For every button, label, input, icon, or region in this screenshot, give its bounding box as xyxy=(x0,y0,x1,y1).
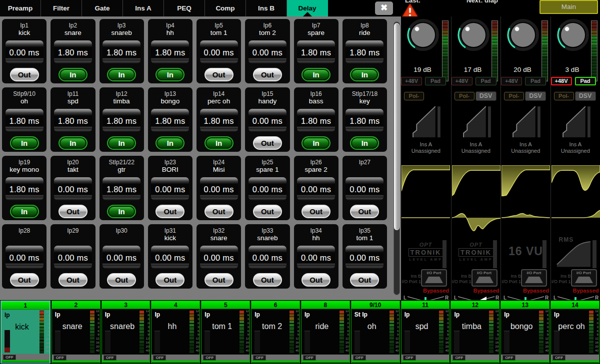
delay-value-display[interactable]: 1.80 ms xyxy=(151,109,189,132)
delay-value-display[interactable]: 0.00 ms xyxy=(200,40,238,63)
delay-channel-cell[interactable]: Ip14 perc oh 1.80 ms In xyxy=(196,87,241,152)
delay-channel-cell[interactable]: Ip27 0.00 ms Out xyxy=(342,156,387,220)
delay-in-out-button[interactable]: In xyxy=(156,68,184,81)
processing-tab[interactable]: Comp xyxy=(205,0,246,16)
delay-channel-cell[interactable]: Ip25 spare 1 0.00 ms Out xyxy=(245,156,290,220)
compressor-display[interactable]: OPT TRONIK LEVEL AMP xyxy=(452,237,501,269)
fader-slot[interactable] xyxy=(504,331,510,353)
compressor-display[interactable]: OPT TRONIK LEVEL AMP xyxy=(401,237,450,269)
channel-number[interactable]: 8 xyxy=(302,301,350,309)
ins-b-status[interactable]: Ins B I/O Port 1 I/O Port Bypassed xyxy=(501,269,550,294)
filter-response-graph[interactable] xyxy=(452,165,500,198)
ins-a-status[interactable]: Ins A Unassigned xyxy=(452,141,501,154)
delay-value-display[interactable]: 0.00 ms xyxy=(248,246,286,269)
dsv-button[interactable]: DSV xyxy=(476,91,496,101)
gate-curve-icon[interactable] xyxy=(557,103,595,141)
delay-in-out-button[interactable]: Out xyxy=(350,273,379,287)
fader-slot[interactable] xyxy=(4,330,10,353)
fader-slot[interactable] xyxy=(204,331,210,353)
channel-number[interactable]: 9/10 xyxy=(352,301,400,309)
main-mix-button[interactable]: Main xyxy=(540,0,598,14)
phantom-power-button[interactable]: +48V xyxy=(501,77,522,85)
delay-channel-cell[interactable]: Ip34 hh 0.00 ms Out xyxy=(294,224,338,289)
compressor-display[interactable]: RMS xyxy=(551,237,600,269)
delay-in-out-button[interactable]: In xyxy=(10,205,39,218)
delay-channel-cell[interactable]: StIp17/18 key 1.80 ms In xyxy=(342,87,387,152)
channel-strip[interactable]: 4 Ip hh 12 6 3 0 3 xyxy=(151,301,200,364)
pad-button[interactable]: Pad xyxy=(575,77,596,85)
delay-channel-cell[interactable]: Ip24 Misi 0.00 ms Out xyxy=(196,156,241,220)
gain-knob[interactable] xyxy=(506,18,540,53)
channel-strip[interactable]: 5 Ip tom 1 12 6 3 0 3 xyxy=(201,301,250,364)
processing-tab[interactable]: PEQ xyxy=(164,0,205,16)
processing-tab[interactable]: Gate xyxy=(82,0,123,16)
delay-in-out-button[interactable]: In xyxy=(350,68,379,81)
channel-number[interactable]: 6 xyxy=(252,301,300,309)
ins-b-status[interactable]: Ins B I/O Port 1 I/O Port Bypassed xyxy=(452,269,501,294)
close-icon[interactable]: ✖ xyxy=(375,1,393,15)
phantom-power-button[interactable]: +48V xyxy=(551,77,572,85)
channel-number[interactable]: 14 xyxy=(551,301,599,309)
delay-channel-cell[interactable]: StIp9/10 oh 1.80 ms In xyxy=(2,87,46,152)
fader-slot[interactable] xyxy=(304,331,310,353)
delay-channel-cell[interactable]: Ip3 snareb 1.80 ms In xyxy=(100,19,144,83)
gain-knob[interactable] xyxy=(457,18,490,53)
delay-in-out-button[interactable]: Out xyxy=(253,205,282,218)
channel-body[interactable]: Ip spd 12 6 3 0 3 6 xyxy=(402,309,450,355)
delay-value-display[interactable]: 0.00 ms xyxy=(346,177,384,200)
delay-channel-cell[interactable]: Ip13 bongo 1.80 ms In xyxy=(148,87,192,152)
filter-response-graph[interactable] xyxy=(552,165,600,198)
delay-value-display[interactable]: 0.00 ms xyxy=(248,40,286,63)
channel-strip[interactable]: 12 Ip timba 12 6 3 0 3 xyxy=(450,301,500,364)
fader-slot[interactable] xyxy=(55,331,60,353)
delay-value-display[interactable]: 0.00 ms xyxy=(200,246,238,269)
peq-response-graph[interactable] xyxy=(552,197,600,241)
gain-knob[interactable] xyxy=(556,18,590,53)
delay-value-display[interactable]: 1.80 ms xyxy=(6,109,44,132)
polarity-button[interactable]: Pol- xyxy=(504,92,524,100)
delay-value-display[interactable]: 1.80 ms xyxy=(346,109,384,132)
delay-channel-cell[interactable]: StIp21/22 gtr 1.80 ms In xyxy=(100,156,144,220)
channel-number[interactable]: 3 xyxy=(102,301,150,309)
fader-slot[interactable] xyxy=(554,331,560,353)
delay-channel-cell[interactable]: Ip12 timba 1.80 ms In xyxy=(100,87,144,152)
delay-in-out-button[interactable]: Out xyxy=(204,68,234,81)
delay-value-display[interactable]: 0.00 ms xyxy=(6,246,44,269)
channel-body[interactable]: Ip ride 12 6 3 0 3 6 xyxy=(302,309,350,355)
delay-in-out-button[interactable]: Out xyxy=(302,273,330,287)
delay-value-display[interactable]: 0.00 ms xyxy=(248,109,286,132)
ins-a-status[interactable]: Ins A Unassigned xyxy=(401,141,451,154)
channel-strip[interactable]: 8 Ip ride 12 6 3 0 3 xyxy=(301,301,350,364)
channel-body[interactable]: Ip timba 12 6 3 0 3 6 xyxy=(451,309,499,355)
delay-channel-cell[interactable]: Ip15 handy 0.00 ms Out xyxy=(245,87,290,152)
delay-channel-cell[interactable]: Ip6 tom 2 0.00 ms Out xyxy=(245,19,290,83)
delay-in-out-button[interactable]: In xyxy=(58,68,88,81)
delay-channel-cell[interactable]: Ip30 0.00 ms Out xyxy=(100,224,144,289)
fader-slot[interactable] xyxy=(154,331,160,353)
channel-body[interactable]: Ip snareb 12 6 3 0 3 6 xyxy=(102,309,150,355)
peq-response-graph[interactable] xyxy=(502,197,550,241)
ins-b-status[interactable]: Ins B I/O Port 1 I/O Port Bypassed xyxy=(551,269,600,294)
processing-tab[interactable]: Preamp xyxy=(0,0,41,16)
delay-in-out-button[interactable]: Out xyxy=(107,273,136,287)
delay-channel-cell[interactable]: Ip26 spare 2 0.00 ms Out xyxy=(294,156,338,220)
pad-button[interactable]: Pad xyxy=(425,77,446,85)
delay-channel-cell[interactable]: Ip4 hh 1.80 ms In xyxy=(148,19,192,83)
channel-number[interactable]: 2 xyxy=(52,301,100,309)
channel-strip[interactable]: 2 Ip snare 12 6 3 0 3 xyxy=(52,301,100,364)
delay-in-out-button[interactable]: Out xyxy=(204,273,234,287)
delay-in-out-button[interactable]: In xyxy=(107,136,136,150)
delay-in-out-button[interactable]: Out xyxy=(156,273,184,287)
channel-number[interactable]: 5 xyxy=(202,301,250,309)
delay-value-display[interactable]: 1.80 ms xyxy=(200,109,238,132)
delay-channel-cell[interactable]: Ip28 0.00 ms Out xyxy=(2,224,46,289)
delay-value-display[interactable]: 0.00 ms xyxy=(151,246,189,269)
ins-b-status[interactable]: Ins B I/O Port 1 I/O Port Bypassed xyxy=(401,269,450,294)
channel-strip[interactable]: 9/10 St Ip oh 12 6 3 0 3 xyxy=(351,301,400,364)
channel-number[interactable]: 13 xyxy=(501,301,549,309)
delay-value-display[interactable]: 1.80 ms xyxy=(102,177,140,200)
delay-in-out-button[interactable]: Out xyxy=(253,68,282,81)
pad-button[interactable]: Pad xyxy=(476,77,496,85)
delay-channel-cell[interactable]: Ip32 snare 0.00 ms Out xyxy=(196,224,241,289)
pad-button[interactable]: Pad xyxy=(525,77,546,85)
